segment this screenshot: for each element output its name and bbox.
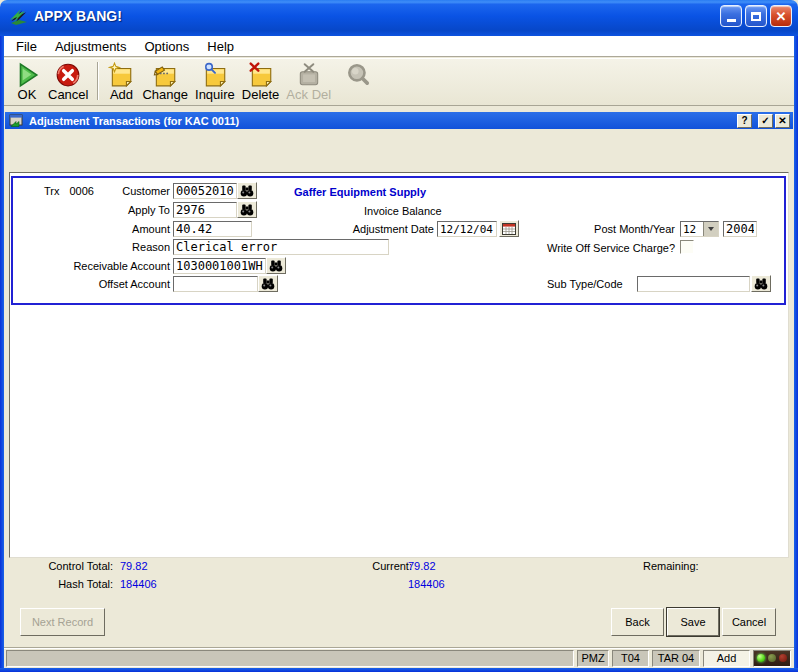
receivable-account-lookup-button[interactable] xyxy=(266,257,286,274)
current-hash-value: 184406 xyxy=(408,578,445,590)
offset-account-label: Offset Account xyxy=(13,278,170,290)
post-month-year-label: Post Month/Year xyxy=(463,223,675,235)
next-record-button[interactable]: Next Record xyxy=(20,608,105,636)
binoculars-icon xyxy=(240,185,254,197)
toolbar-search-button[interactable] xyxy=(344,61,372,88)
status-segment-t04: T04 xyxy=(612,650,649,667)
remaining-label: Remaining: xyxy=(643,560,699,572)
close-icon: ✕ xyxy=(778,116,786,126)
invoice-balance-label: Invoice Balance xyxy=(364,205,442,217)
ack-del-icon xyxy=(296,62,322,88)
save-button[interactable]: Save xyxy=(667,608,719,636)
menu-adjustments[interactable]: Adjustments xyxy=(46,37,136,56)
binoculars-icon xyxy=(754,278,768,290)
note-new-icon xyxy=(108,62,134,88)
menu-help[interactable]: Help xyxy=(198,37,243,56)
dropdown-arrow-icon[interactable] xyxy=(703,222,718,236)
totals-section: Control Total: 79.82 Hash Total: 184406 … xyxy=(9,558,789,602)
hash-total-label: Hash Total: xyxy=(9,578,113,590)
apply-to-label: Apply To xyxy=(13,204,170,216)
customer-input[interactable] xyxy=(173,183,237,199)
dialog-title: Adjustment Transactions (for KAC 0011) xyxy=(29,115,735,127)
status-message-panel xyxy=(6,650,574,667)
menu-bar: File Adjustments Options Help xyxy=(4,36,794,57)
post-year-input[interactable] xyxy=(723,221,757,237)
close-icon: ✕ xyxy=(776,9,787,24)
close-button[interactable]: ✕ xyxy=(770,5,792,27)
toolbar-delete-button[interactable]: Delete xyxy=(242,61,280,102)
dialog-close-button[interactable]: ✕ xyxy=(775,114,790,128)
window-title: APPX BANG! xyxy=(34,8,717,24)
binoculars-icon xyxy=(261,278,275,290)
toolbar-ack-del-button[interactable]: Ack Del xyxy=(286,61,331,102)
led-indicator xyxy=(753,650,791,667)
apply-to-lookup-button[interactable] xyxy=(237,201,257,218)
adjustment-form-panel: Trx0006 Customer Gaffer Equipment Supply… xyxy=(11,176,786,305)
appx-logo-icon xyxy=(7,6,29,26)
current-label: Current: xyxy=(339,560,412,572)
dialog-title-bar: Adjustment Transactions (for KAC 0011) ?… xyxy=(5,112,793,129)
amber-led-icon xyxy=(768,654,776,662)
write-off-label: Write Off Service Charge? xyxy=(463,242,675,254)
control-total-value: 79.82 xyxy=(120,560,148,572)
minimize-button[interactable] xyxy=(720,5,742,27)
post-month-dropdown[interactable]: 12 xyxy=(680,221,719,237)
status-segment-tar04: TAR 04 xyxy=(652,650,700,667)
toolbar-cancel-button[interactable]: Cancel xyxy=(48,61,88,102)
binoculars-icon xyxy=(240,204,254,216)
post-month-value: 12 xyxy=(681,222,703,236)
green-led-icon xyxy=(757,654,765,662)
receivable-account-input[interactable] xyxy=(173,258,266,274)
menu-file[interactable]: File xyxy=(7,37,46,56)
window-border-bottom xyxy=(0,668,798,672)
status-segment-pmz: PMZ xyxy=(577,650,609,667)
red-led-icon xyxy=(779,654,787,662)
maximize-icon xyxy=(751,12,761,21)
minimize-icon xyxy=(727,19,736,22)
binoculars-icon xyxy=(269,260,283,272)
current-value: 79.82 xyxy=(408,560,436,572)
back-button[interactable]: Back xyxy=(611,608,664,636)
customer-name-text: Gaffer Equipment Supply xyxy=(294,186,426,198)
amount-label: Amount xyxy=(13,223,170,235)
cancel-button[interactable]: Cancel xyxy=(722,608,776,636)
offset-account-lookup-button[interactable] xyxy=(258,275,278,292)
note-edit-icon xyxy=(152,62,178,88)
window-border-left xyxy=(0,30,4,672)
sub-type-code-lookup-button[interactable] xyxy=(751,275,771,292)
ok-play-icon xyxy=(14,62,40,88)
note-delete-icon xyxy=(248,62,274,88)
reason-input[interactable] xyxy=(173,239,389,255)
dialog-content: Trx0006 Customer Gaffer Equipment Supply… xyxy=(9,172,789,558)
search-icon xyxy=(345,62,371,88)
toolbar-inquire-button[interactable]: Inquire xyxy=(195,61,235,102)
dialog-help-button[interactable]: ? xyxy=(737,114,752,128)
apply-to-input[interactable] xyxy=(173,202,237,218)
menu-options[interactable]: Options xyxy=(136,37,199,56)
hash-total-value: 184406 xyxy=(120,578,157,590)
customer-lookup-button[interactable] xyxy=(237,182,257,199)
customer-label: Customer xyxy=(13,185,170,197)
offset-account-input[interactable] xyxy=(173,276,258,292)
dialog-ok-button[interactable]: ✓ xyxy=(758,114,773,128)
toolbar-add-button[interactable]: Add xyxy=(107,61,135,102)
maximize-button[interactable] xyxy=(745,5,767,27)
reason-label: Reason xyxy=(13,241,170,253)
write-off-checkbox[interactable] xyxy=(680,240,694,254)
sub-type-code-label: Sub Type/Code xyxy=(547,278,623,290)
status-mode: Add xyxy=(703,650,750,667)
toolbar-change-button[interactable]: Change xyxy=(142,61,188,102)
dialog-form-icon xyxy=(9,114,23,127)
toolbar: OK Cancel Add xyxy=(4,58,794,106)
sub-type-code-input[interactable] xyxy=(637,276,750,292)
window-border-right xyxy=(794,30,798,672)
adjustment-date-label: Adjustment Date xyxy=(263,223,434,235)
note-inquire-icon xyxy=(202,62,228,88)
amount-input[interactable] xyxy=(173,221,252,237)
receivable-account-label: Receivable Account xyxy=(13,260,170,272)
cancel-icon xyxy=(55,62,81,88)
title-bar: APPX BANG! ✕ xyxy=(0,0,798,36)
toolbar-ok-button[interactable]: OK xyxy=(13,61,41,102)
app-window: APPX BANG! ✕ File Adjustments Options He… xyxy=(0,0,798,672)
status-bar: PMZ T04 TAR 04 Add xyxy=(4,647,794,668)
